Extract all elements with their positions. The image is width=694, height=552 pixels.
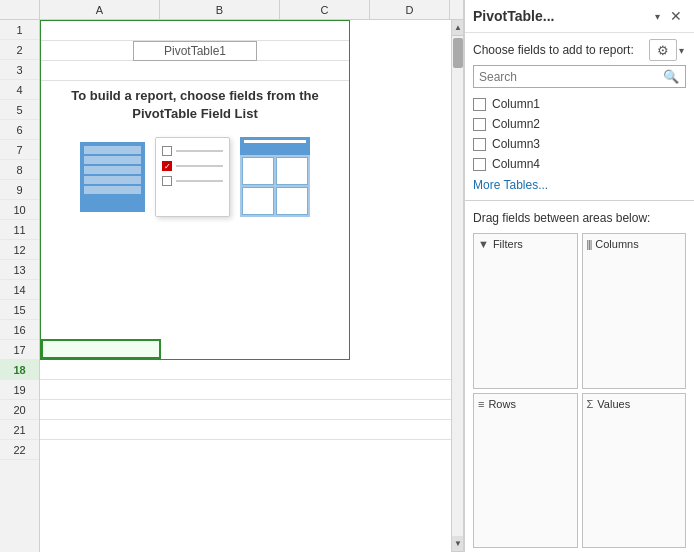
row-num-2: 2 <box>0 40 39 60</box>
area-columns[interactable]: ||| Columns <box>582 233 687 389</box>
columns-icon: ||| <box>587 239 592 250</box>
pivot-message: To build a report, choose fields from th… <box>61 87 329 123</box>
field-item-column4[interactable]: Column4 <box>473 154 686 174</box>
col-header-d: D <box>370 0 450 19</box>
field-list: Column1 Column2 Column3 Column4 <box>465 94 694 174</box>
filters-label: Filters <box>493 238 523 250</box>
pivot-title-box: PivotTable1 <box>133 41 257 61</box>
area-filters-header: ▼ Filters <box>478 238 573 250</box>
panel-header: PivotTable... ▾ ✕ <box>465 0 694 33</box>
row-num-4: 4 <box>0 80 39 100</box>
row-num-7: 7 <box>0 140 39 160</box>
row-num-18: 18 <box>0 360 39 380</box>
panel-header-icons: ▾ ✕ <box>653 6 686 26</box>
field-checkbox-column2[interactable] <box>473 118 486 131</box>
field-label-column4: Column4 <box>492 157 540 171</box>
rows-icon: ≡ <box>478 398 484 410</box>
row-num-12: 12 <box>0 240 39 260</box>
row-num-1: 1 <box>0 20 39 40</box>
panel-dropdown-btn[interactable]: ▾ <box>653 9 662 24</box>
scroll-up-btn[interactable]: ▲ <box>452 20 463 36</box>
gear-btn[interactable]: ⚙ <box>649 39 677 61</box>
col-header-b: B <box>160 0 280 19</box>
table-icon-right <box>240 137 310 217</box>
row-num-14: 14 <box>0 280 39 300</box>
row-num-21: 21 <box>0 420 39 440</box>
row-numbers: 1 2 3 4 5 6 7 8 9 10 11 12 13 14 15 16 1… <box>0 20 40 552</box>
field-label-column3: Column3 <box>492 137 540 151</box>
row-num-9: 9 <box>0 180 39 200</box>
more-tables-link[interactable]: More Tables... <box>465 174 694 196</box>
field-item-column3[interactable]: Column3 <box>473 134 686 154</box>
rows-label: Rows <box>488 398 516 410</box>
row-num-22: 22 <box>0 440 39 460</box>
area-rows-header: ≡ Rows <box>478 398 573 410</box>
table-icon-left <box>80 142 145 212</box>
row-num-19: 19 <box>0 380 39 400</box>
gear-icon: ⚙ <box>657 43 669 58</box>
row-num-17: 17 <box>0 340 39 360</box>
columns-label: Columns <box>595 238 638 250</box>
column-headers: A B C D <box>0 0 463 20</box>
row-num-20: 20 <box>0 400 39 420</box>
field-checkbox-column1[interactable] <box>473 98 486 111</box>
scroll-thumb[interactable] <box>453 38 463 68</box>
area-values[interactable]: Σ Values <box>582 393 687 549</box>
search-box[interactable]: 🔍 <box>473 65 686 88</box>
panel-subheader-text: Choose fields to add to report: <box>473 43 645 57</box>
col-header-c: C <box>280 0 370 19</box>
areas-grid: ▼ Filters ||| Columns ≡ Rows Σ Values <box>465 229 694 552</box>
panel-close-btn[interactable]: ✕ <box>666 6 686 26</box>
grid-body: 1 2 3 4 5 6 7 8 9 10 11 12 13 14 15 16 1… <box>0 20 451 552</box>
vertical-scrollbar[interactable]: ▲ ▼ <box>451 20 463 552</box>
panel-title: PivotTable... <box>473 8 653 24</box>
gear-dropdown-btn[interactable]: ▾ <box>677 43 686 58</box>
field-checkbox-column4[interactable] <box>473 158 486 171</box>
row-num-13: 13 <box>0 260 39 280</box>
pivot-panel: PivotTable... ▾ ✕ Choose fields to add t… <box>464 0 694 552</box>
row-num-11: 11 <box>0 220 39 240</box>
filters-icon: ▼ <box>478 238 489 250</box>
pivot-area: PivotTable1 To build a report, choose fi… <box>40 20 350 360</box>
pivot-illustration: ✓ <box>41 127 349 227</box>
values-icon: Σ <box>587 398 594 410</box>
row-num-10: 10 <box>0 200 39 220</box>
drag-section-text: Drag fields between areas below: <box>465 205 694 229</box>
spreadsheet: A B C D 1 2 3 4 5 6 7 8 9 10 11 12 13 14 <box>0 0 464 552</box>
field-item-column1[interactable]: Column1 <box>473 94 686 114</box>
selected-cell[interactable] <box>41 339 161 359</box>
field-item-column2[interactable]: Column2 <box>473 114 686 134</box>
corner-cell <box>0 0 40 19</box>
search-icon[interactable]: 🔍 <box>657 66 685 87</box>
area-columns-header: ||| Columns <box>587 238 682 250</box>
row-num-16: 16 <box>0 320 39 340</box>
cells-area[interactable]: PivotTable1 To build a report, choose fi… <box>40 20 451 552</box>
search-input[interactable] <box>474 67 657 87</box>
values-label: Values <box>597 398 630 410</box>
col-header-a: A <box>40 0 160 19</box>
field-label-column2: Column2 <box>492 117 540 131</box>
scroll-down-btn[interactable]: ▼ <box>452 536 463 552</box>
row-num-3: 3 <box>0 60 39 80</box>
row-num-5: 5 <box>0 100 39 120</box>
panel-divider <box>465 200 694 201</box>
area-values-header: Σ Values <box>587 398 682 410</box>
area-rows[interactable]: ≡ Rows <box>473 393 578 549</box>
row-num-6: 6 <box>0 120 39 140</box>
area-filters[interactable]: ▼ Filters <box>473 233 578 389</box>
row-num-8: 8 <box>0 160 39 180</box>
field-checkbox-column3[interactable] <box>473 138 486 151</box>
panel-subheader: Choose fields to add to report: ⚙ ▾ <box>465 33 694 65</box>
row-num-15: 15 <box>0 300 39 320</box>
checklist-icon: ✓ <box>155 137 230 217</box>
field-label-column1: Column1 <box>492 97 540 111</box>
